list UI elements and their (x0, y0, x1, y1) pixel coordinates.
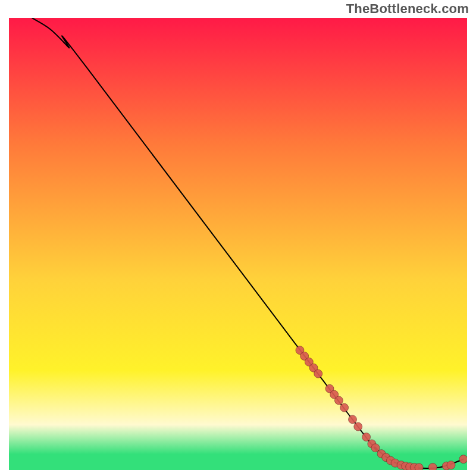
data-marker (415, 464, 423, 470)
data-marker (314, 369, 322, 378)
chart-svg (9, 18, 467, 470)
attribution-text: TheBottleneck.com (346, 1, 469, 17)
data-marker (354, 422, 362, 431)
data-marker (334, 396, 343, 405)
data-marker (362, 433, 371, 441)
data-marker (340, 403, 349, 412)
data-marker (349, 415, 357, 424)
bottleneck-chart (9, 18, 467, 470)
data-marker (459, 455, 467, 464)
chart-background (9, 18, 467, 470)
data-marker (447, 461, 455, 469)
data-marker (428, 463, 437, 470)
